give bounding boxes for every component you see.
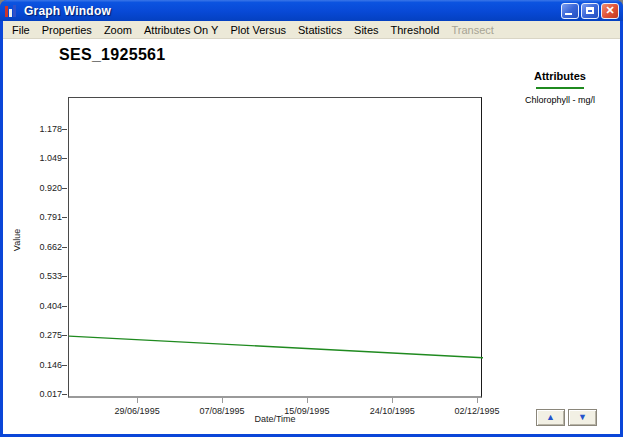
menu-item-file[interactable]: File [6, 22, 36, 38]
y-tick-mark [62, 276, 67, 277]
y-tick-label: 0.533 [20, 271, 62, 281]
menu-item-transect: Transect [445, 22, 499, 38]
title-bar[interactable]: Graph Window ✕ [0, 0, 623, 21]
y-tick-mark [62, 188, 67, 189]
minimize-icon [565, 13, 572, 15]
menu-item-plot-versus[interactable]: Plot Versus [224, 22, 292, 38]
up-triangle-icon: ▲ [546, 413, 555, 422]
minimize-button[interactable] [561, 3, 579, 19]
y-tick-label: 0.404 [20, 301, 62, 311]
menu-item-sites[interactable]: Sites [348, 22, 384, 38]
graph-window: Graph Window ✕ FilePropertiesZoomAttribu… [0, 0, 623, 437]
x-tick-mark [392, 398, 393, 403]
y-tick-mark [62, 129, 67, 130]
window-title: Graph Window [24, 4, 561, 18]
client-area: FilePropertiesZoomAttributes On YPlot Ve… [3, 21, 620, 434]
y-tick-label: 1.178 [20, 124, 62, 134]
menu-item-threshold[interactable]: Threshold [385, 22, 446, 38]
plot-area[interactable] [68, 97, 482, 398]
y-tick-label: 0.791 [20, 212, 62, 222]
maximize-button[interactable] [581, 3, 599, 19]
close-icon: ✕ [605, 5, 614, 16]
x-tick-label: 24/10/1995 [355, 406, 429, 416]
y-tick-label: 1.049 [20, 153, 62, 163]
y-tick-mark [62, 365, 67, 366]
y-tick-label: 0.920 [20, 183, 62, 193]
y-tick-label: 0.275 [20, 330, 62, 340]
menu-item-statistics[interactable]: Statistics [292, 22, 348, 38]
x-axis-title: Date/Time [205, 414, 345, 424]
y-tick-mark [62, 158, 67, 159]
y-tick-label: 0.017 [20, 389, 62, 399]
x-tick-mark [222, 398, 223, 403]
y-tick-label: 0.146 [20, 360, 62, 370]
chart-title: SES_1925561 [59, 46, 166, 64]
content-area: SES_1925561 Attributes Chlorophyll - mg/… [3, 40, 620, 434]
y-tick-label: 0.662 [20, 242, 62, 252]
scroll-up-button[interactable]: ▲ [536, 409, 565, 426]
legend: Attributes Chlorophyll - mg/l [506, 70, 614, 105]
x-tick-label: 29/06/1995 [100, 406, 174, 416]
x-tick-label: 02/12/1995 [440, 406, 514, 416]
maximize-icon [586, 7, 594, 14]
scroll-down-button[interactable]: ▼ [568, 409, 597, 426]
menu-item-zoom[interactable]: Zoom [98, 22, 138, 38]
x-tick-mark [137, 398, 138, 403]
x-tick-mark [307, 398, 308, 403]
x-tick-mark [477, 398, 478, 403]
legend-title: Attributes [506, 70, 614, 82]
y-tick-mark [62, 394, 67, 395]
legend-series-line [536, 87, 584, 89]
down-triangle-icon: ▼ [578, 413, 587, 422]
plot-wrap: 1.1781.0490.9200.7910.6620.5330.4040.275… [68, 97, 482, 398]
menu-item-properties[interactable]: Properties [36, 22, 98, 38]
y-tick-mark [62, 247, 67, 248]
y-tick-mark [62, 217, 67, 218]
y-tick-mark [62, 335, 67, 336]
bar-chart-icon [5, 4, 20, 17]
nav-buttons: ▲ ▼ [536, 409, 597, 426]
y-tick-mark [62, 306, 67, 307]
menu-item-attributes-on-y[interactable]: Attributes On Y [138, 22, 224, 38]
close-button[interactable]: ✕ [601, 3, 619, 19]
legend-entry-label: Chlorophyll - mg/l [506, 95, 614, 105]
series-line-chlorophyll [69, 98, 483, 399]
menu-bar: FilePropertiesZoomAttributes On YPlot Ve… [3, 21, 620, 39]
